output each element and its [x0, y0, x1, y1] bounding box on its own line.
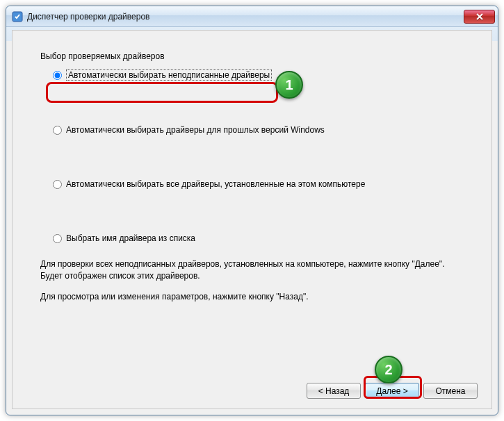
- radio-option-unsigned[interactable]: Автоматически выбирать неподписанные дра…: [53, 69, 464, 81]
- app-icon: [12, 11, 23, 22]
- radio-option-all-drivers[interactable]: Автоматически выбирать все драйверы, уст…: [53, 179, 464, 189]
- info-text-2: Для просмотра или изменения параметров, …: [40, 291, 464, 303]
- back-button[interactable]: < Назад: [307, 383, 361, 399]
- close-button[interactable]: [464, 10, 495, 24]
- button-bar: < Назад Далее > Отмена: [307, 383, 478, 399]
- radio-option-from-list[interactable]: Выбрать имя драйвера из списка: [53, 233, 464, 243]
- annotation-badge-2: 2: [375, 356, 403, 383]
- radio-group: Автоматически выбирать неподписанные дра…: [53, 69, 464, 243]
- radio-input[interactable]: [53, 234, 62, 243]
- radio-label: Автоматически выбирать драйверы для прош…: [66, 125, 325, 135]
- next-button[interactable]: Далее >: [365, 383, 419, 399]
- radio-label: Выбрать имя драйвера из списка: [66, 233, 195, 243]
- radio-label: Автоматически выбирать неподписанные дра…: [66, 69, 272, 81]
- cancel-button[interactable]: Отмена: [423, 383, 478, 399]
- radio-label: Автоматически выбирать все драйверы, уст…: [66, 179, 365, 189]
- radio-option-old-windows[interactable]: Автоматически выбирать драйверы для прош…: [53, 125, 464, 135]
- radio-input[interactable]: [53, 180, 62, 189]
- window-title: Диспетчер проверки драйверов: [27, 12, 464, 22]
- radio-input[interactable]: [53, 71, 62, 80]
- info-text-1: Для проверки всех неподписанных драйверо…: [40, 258, 464, 283]
- close-icon: [475, 13, 484, 20]
- dialog-window: Диспетчер проверки драйверов Выбор прове…: [6, 6, 498, 415]
- group-title: Выбор проверяемых драйверов: [40, 51, 464, 61]
- client-area: Выбор проверяемых драйверов Автоматическ…: [12, 30, 492, 409]
- radio-input[interactable]: [53, 126, 62, 135]
- titlebar: Диспетчер проверки драйверов: [6, 6, 498, 27]
